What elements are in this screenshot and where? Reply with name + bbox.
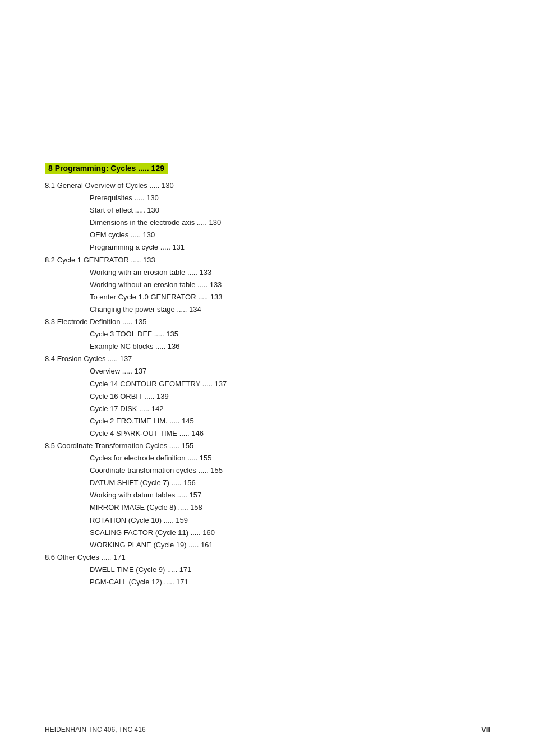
toc-entry: Dimensions in the electrode axis ..... 1… [90,216,490,229]
toc-entry: Coordinate transformation cycles ..... 1… [90,464,490,477]
page-container: 8 Programming: Cycles ..... 129 8.1 Gene… [0,0,535,756]
toc-entry: Cycle 16 ORBIT ..... 139 [90,390,490,403]
toc-entry: 8.2 Cycle 1 GENERATOR ..... 133 [45,254,490,266]
toc-entry: Cycle 3 TOOL DEF ..... 135 [90,328,490,340]
toc-entry: 8.6 Other Cycles ..... 171 [45,551,490,564]
toc-entry: Changing the power stage ..... 134 [90,303,490,316]
toc-entry: Working with an erosion table ..... 133 [90,266,490,279]
toc-entry: Working without an erosion table ..... 1… [90,279,490,291]
toc-entry: DWELL TIME (Cycle 9) ..... 171 [90,564,490,576]
toc-entry: OEM cycles ..... 130 [90,229,490,241]
toc-entry: 8.4 Erosion Cycles ..... 137 [45,353,490,365]
toc-entry: 8.1 General Overview of Cycles ..... 130 [45,179,490,192]
toc-section: 8 Programming: Cycles ..... 129 8.1 Gene… [45,163,490,588]
toc-entry: Programming a cycle ..... 131 [90,241,490,253]
toc-entry: Prerequisites ..... 130 [90,192,490,204]
footer: HEIDENHAIN TNC 406, TNC 416 VII [45,725,490,734]
toc-entry: Cycle 17 DISK ..... 142 [90,403,490,415]
chapter-heading: 8 Programming: Cycles ..... 129 [45,163,168,174]
toc-entry: WORKING PLANE (Cycle 19) ..... 161 [90,539,490,551]
toc-entry: Start of effect ..... 130 [90,204,490,216]
toc-entries: 8.1 General Overview of Cycles ..... 130… [45,179,490,588]
toc-entry: 8.5 Coordinate Transformation Cycles ...… [45,440,490,452]
footer-left-text: HEIDENHAIN TNC 406, TNC 416 [45,726,146,734]
toc-entry: SCALING FACTOR (Cycle 11) ..... 160 [90,527,490,539]
toc-entry: 8.3 Electrode Definition ..... 135 [45,316,490,328]
toc-entry: Cycles for electrode definition ..... 15… [90,452,490,464]
toc-entry: Working with datum tables ..... 157 [90,489,490,501]
toc-entry: ROTATION (Cycle 10) ..... 159 [90,514,490,527]
toc-entry: DATUM SHIFT (Cycle 7) ..... 156 [90,477,490,489]
toc-entry: PGM-CALL (Cycle 12) ..... 171 [90,576,490,588]
toc-entry: Cycle 2 ERO.TIME LIM. ..... 145 [90,415,490,427]
toc-entry: MIRROR IMAGE (Cycle 8) ..... 158 [90,501,490,514]
toc-entry: Overview ..... 137 [90,365,490,377]
toc-entry: Example NC blocks ..... 136 [90,340,490,353]
footer-right-text: VII [481,725,490,734]
toc-entry: Cycle 14 CONTOUR GEOMETRY ..... 137 [90,378,490,390]
toc-entry: To enter Cycle 1.0 GENERATOR ..... 133 [90,291,490,303]
toc-entry: Cycle 4 SPARK-OUT TIME ..... 146 [90,427,490,440]
